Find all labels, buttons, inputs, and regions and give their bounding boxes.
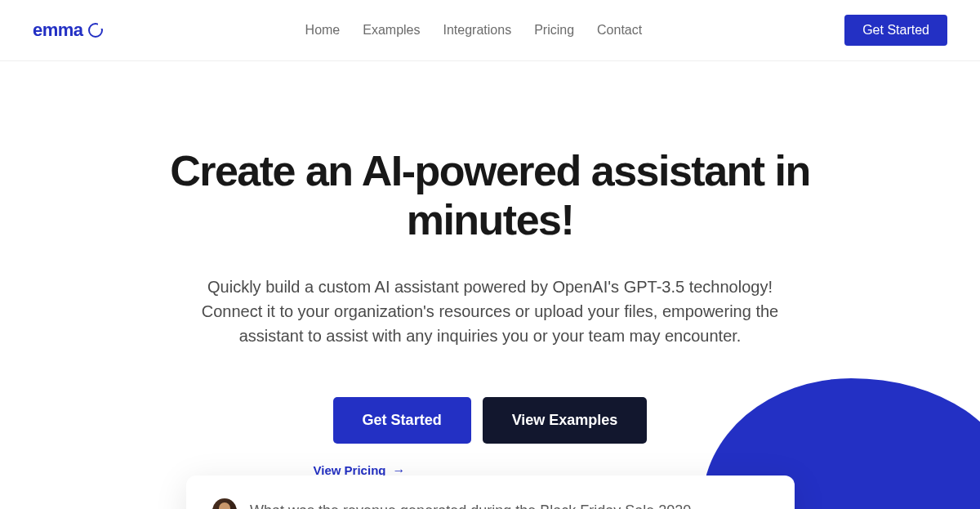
logo-text: emma — [33, 20, 83, 41]
avatar — [212, 498, 237, 509]
nav-contact[interactable]: Contact — [597, 23, 642, 38]
logo-circle-icon — [88, 23, 103, 38]
logo[interactable]: emma — [33, 20, 103, 41]
chat-preview-card: What was the revenue generated during th… — [186, 476, 795, 509]
chat-message-row: What was the revenue generated during th… — [212, 498, 768, 509]
header: emma Home Examples Integrations Pricing … — [0, 0, 980, 61]
nav-home[interactable]: Home — [305, 23, 341, 38]
get-started-button[interactable]: Get Started — [333, 397, 471, 444]
header-get-started-button[interactable]: Get Started — [844, 15, 947, 46]
nav-pricing[interactable]: Pricing — [534, 23, 574, 38]
nav-examples[interactable]: Examples — [363, 23, 420, 38]
hero-title: Create an AI-powered assistant in minute… — [143, 147, 837, 245]
main-nav: Home Examples Integrations Pricing Conta… — [305, 23, 643, 38]
hero-section: Create an AI-powered assistant in minute… — [143, 61, 837, 478]
view-examples-button[interactable]: View Examples — [483, 397, 648, 444]
chat-message-text: What was the revenue generated during th… — [250, 502, 691, 510]
hero-description: Quickly build a custom AI assistant powe… — [180, 275, 800, 348]
nav-integrations[interactable]: Integrations — [443, 23, 512, 38]
